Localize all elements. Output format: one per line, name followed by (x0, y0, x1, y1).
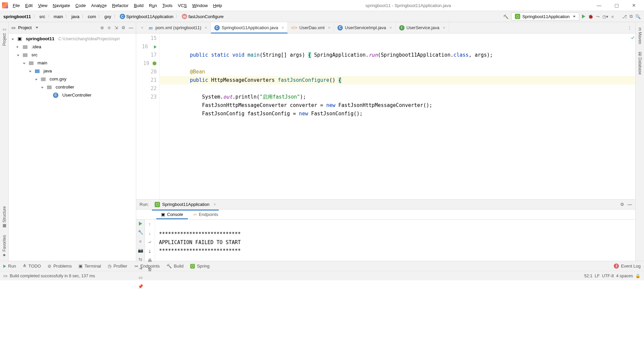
status-tool-icon[interactable]: ▭ (3, 273, 7, 278)
close-icon[interactable]: × (443, 25, 445, 30)
print-icon[interactable]: 🖶 (148, 258, 152, 263)
menu-navigate[interactable]: Navigate (53, 3, 70, 8)
profile-button[interactable]: ◷▾ (602, 14, 608, 19)
menu-analyze[interactable]: Analyze (91, 3, 107, 8)
sub-tab-endpoints[interactable]: ⫘Endpoints (188, 210, 223, 219)
menu-edit[interactable]: Edit (25, 3, 33, 8)
code-editor[interactable]: 15 16 17 19 ⬢ 20 21 22 23 public static … (136, 34, 635, 199)
soft-wrap-icon[interactable]: ⤶ (148, 240, 152, 245)
sub-tab-console[interactable]: ▣Console (156, 210, 188, 219)
crumb-root[interactable]: springboot11 (3, 14, 31, 19)
run-tab-app[interactable]: ⬡Springboot11Application× (152, 201, 219, 209)
sidebar-database-tab[interactable]: 🗄 Database (637, 49, 643, 78)
run-button[interactable] (582, 14, 585, 18)
bottom-spring[interactable]: ⬡ Spring (190, 264, 210, 269)
tree-main[interactable]: main (38, 59, 47, 67)
bottom-problems[interactable]: ⊘ Problems (48, 264, 72, 269)
bottom-eventlog[interactable]: 2 Event Log (614, 264, 641, 269)
search-button[interactable]: 🔍 (635, 14, 641, 19)
bottom-build[interactable]: 🔨 Build (166, 264, 183, 269)
sidebar-favorites-tab[interactable]: ★ Favorites (1, 232, 7, 261)
minimize-icon[interactable]: — (129, 25, 133, 30)
menu-help[interactable]: Help (213, 3, 222, 8)
layout-icon[interactable]: ⇆ (139, 257, 142, 262)
crumb-src[interactable]: src (39, 14, 45, 19)
down-icon[interactable]: ↓ (149, 231, 151, 236)
tree-usercontroller[interactable]: UserController (62, 91, 92, 99)
tab-userservice[interactable]: IUserService.java× (396, 22, 449, 33)
bottom-profiler[interactable]: ◷ Profiler (108, 264, 127, 269)
close-icon[interactable]: × (205, 25, 207, 30)
menu-refactor[interactable]: Refactor (112, 3, 128, 8)
build-button[interactable]: 🔨 (503, 14, 508, 19)
tab-close-left[interactable]: × (139, 25, 146, 30)
tabs-more-icon[interactable]: ⋮ (624, 25, 635, 30)
wrench-icon[interactable]: 🔧 (138, 230, 143, 235)
menu-view[interactable]: View (38, 3, 47, 8)
run-config-select[interactable]: ⬡ Springboot11Application (511, 12, 579, 20)
sidebar-structure-tab[interactable]: ▦ Structure (1, 203, 7, 232)
collapse-all-icon[interactable]: ⇲ (114, 25, 118, 30)
pin-icon[interactable]: 📌 (138, 284, 143, 289)
menu-code[interactable]: Code (75, 3, 86, 8)
menu-window[interactable]: Window (192, 3, 208, 8)
close-icon[interactable]: × (389, 25, 392, 30)
crumb-class[interactable]: Springboot11Application (126, 14, 173, 19)
menu-vcs[interactable]: VCS (178, 3, 187, 8)
tree-idea[interactable]: .idea (32, 43, 41, 51)
gear-icon[interactable]: ⚙ (121, 25, 125, 30)
project-view-dropdown[interactable] (36, 27, 38, 28)
min-button[interactable]: — (594, 3, 604, 8)
status-encoding[interactable]: UTF-8 (602, 274, 614, 278)
menu-run[interactable]: Run (149, 3, 157, 8)
gear-icon[interactable]: ⚙ (620, 202, 624, 207)
console-output[interactable]: *************************** APPLICATION … (155, 220, 635, 261)
run-gutter-icon[interactable] (154, 45, 157, 49)
tree-pkg[interactable]: com.gxy (50, 75, 66, 83)
up-icon[interactable]: ↑ (149, 222, 151, 227)
lock-icon[interactable]: 🔒 (635, 273, 641, 278)
close-icon[interactable]: × (213, 202, 216, 207)
project-tree[interactable]: ▣ springboot11 C:\Users\zhang\IdeaProjec… (9, 34, 136, 261)
crumb-java[interactable]: java (71, 14, 79, 19)
camera-icon[interactable]: 📷 (138, 248, 143, 253)
bean-gutter-icon[interactable]: ⬢ (152, 60, 157, 66)
tab-userserviceimpl[interactable]: CUserServiceImpl.java× (334, 22, 395, 33)
tab-userdao[interactable]: </>UserDao.xml× (288, 22, 334, 33)
tree-java[interactable]: java (44, 67, 52, 75)
tree-root[interactable]: springboot11 (26, 35, 55, 43)
rerun-icon[interactable] (139, 222, 142, 226)
tab-application[interactable]: CSpringboot11Application.java× (211, 22, 288, 33)
close-icon[interactable]: × (281, 25, 284, 30)
stop-button[interactable]: ■ (611, 14, 614, 19)
max-button[interactable]: ▢ (612, 3, 621, 8)
stop-icon[interactable]: ■ (139, 239, 142, 244)
bottom-todo[interactable]: ≛ TODO (23, 264, 41, 269)
bottom-terminal[interactable]: ▣ Terminal (78, 264, 101, 269)
sidebar-project-tab[interactable]: Project ▭ (1, 24, 7, 49)
tree-controller[interactable]: controller (56, 83, 74, 91)
expand-all-icon[interactable]: ≑ (107, 25, 111, 30)
crumb-method[interactable]: fastJsonConfigure (189, 14, 224, 19)
status-indent[interactable]: 4 spaces (616, 274, 633, 278)
close-icon[interactable]: × (328, 25, 331, 30)
minimize-icon[interactable]: — (628, 202, 632, 207)
select-opened-file-icon[interactable]: ⊕ (100, 25, 104, 30)
crumb-gxy[interactable]: gxy (104, 14, 111, 19)
scroll-end-icon[interactable]: ⤓ (148, 249, 152, 254)
tab-pom[interactable]: mpom.xml (springboot11)× (146, 22, 211, 33)
sidebar-maven-tab[interactable]: m Maven (637, 24, 643, 47)
ide-errors-button[interactable]: ⧉ (630, 14, 633, 19)
menu-tools[interactable]: Tools (162, 3, 172, 8)
project-title[interactable]: Project (18, 25, 32, 30)
crumb-main[interactable]: main (54, 14, 63, 19)
breadcrumb[interactable]: springboot11〉 src〉 main〉 java〉 com〉 gxy〉… (3, 13, 224, 19)
bottom-run[interactable]: Run (3, 264, 16, 269)
status-caret-pos[interactable]: 52:1 (584, 274, 592, 278)
bottom-endpoints[interactable]: ⫘ Endpoints (134, 264, 160, 269)
menu-build[interactable]: Build (134, 3, 144, 8)
close-button[interactable]: ✕ (629, 3, 639, 8)
debug-button[interactable]: 🐞 (588, 14, 593, 19)
tree-src[interactable]: src (32, 51, 38, 59)
git-button[interactable]: ⎇ (622, 14, 627, 19)
